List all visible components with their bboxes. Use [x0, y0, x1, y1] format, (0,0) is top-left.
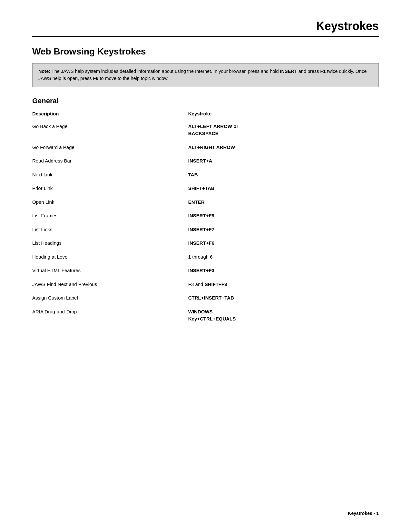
col-header-description: Description	[32, 111, 188, 120]
table-row: JAWS Find Next and Previous F3 and SHIFT…	[32, 278, 379, 291]
note-label: Note:	[38, 69, 50, 74]
row-description: Go Forward a Page	[32, 141, 188, 154]
row-keystroke: INSERT+F6	[188, 236, 379, 250]
page-title-section: Keystrokes	[32, 19, 379, 37]
row-description: JAWS Find Next and Previous	[32, 278, 188, 291]
table-row: Heading at Level 1 through 6	[32, 250, 379, 264]
row-description: Go Back a Page	[32, 120, 188, 141]
row-keystroke: INSERT+F7	[188, 223, 379, 237]
table-row: Next Link TAB	[32, 168, 379, 182]
page-container: Keystrokes Web Browsing Keystrokes Note:…	[0, 0, 411, 352]
col-header-keystroke: Keystroke	[188, 111, 379, 120]
row-keystroke: SHIFT+TAB	[188, 182, 379, 195]
note-box: Note: The JAWS help system includes deta…	[32, 63, 379, 87]
row-keystroke: INSERT+A	[188, 154, 379, 168]
row-description: Read Address Bar	[32, 154, 188, 168]
row-description: List Frames	[32, 209, 188, 223]
row-description: Next Link	[32, 168, 188, 182]
table-row: Read Address Bar INSERT+A	[32, 154, 379, 168]
row-description: Virtual HTML Features	[32, 264, 188, 278]
keystroke-table: Description Keystroke Go Back a Page ALT…	[32, 111, 379, 326]
row-keystroke: INSERT+F3	[188, 264, 379, 278]
table-row: List Links INSERT+F7	[32, 223, 379, 237]
table-row: Virtual HTML Features INSERT+F3	[32, 264, 379, 278]
table-row: List Headings INSERT+F6	[32, 236, 379, 250]
table-row: ARIA Drag-and-Drop WINDOWSKey+CTRL+EQUAL…	[32, 305, 379, 326]
row-description: Prior Link	[32, 182, 188, 195]
row-description: Open Link	[32, 195, 188, 209]
row-description: List Headings	[32, 236, 188, 250]
row-description: Assign Custom Label	[32, 291, 188, 305]
page-footer: Keystrokes - 1	[348, 511, 379, 516]
row-keystroke: TAB	[188, 168, 379, 182]
row-description: List Links	[32, 223, 188, 237]
page-title: Keystrokes	[316, 19, 379, 33]
row-keystroke: ENTER	[188, 195, 379, 209]
table-row: Assign Custom Label CTRL+INSERT+TAB	[32, 291, 379, 305]
row-description: Heading at Level	[32, 250, 188, 264]
note-text: The JAWS help system includes detailed i…	[38, 69, 367, 81]
row-keystroke: 1 through 6	[188, 250, 379, 264]
row-keystroke: CTRL+INSERT+TAB	[188, 291, 379, 305]
row-keystroke: ALT+RIGHT ARROW	[188, 141, 379, 154]
table-row: Go Forward a Page ALT+RIGHT ARROW	[32, 141, 379, 154]
row-keystroke: ALT+LEFT ARROW orBACKSPACE	[188, 120, 379, 141]
row-keystroke: INSERT+F9	[188, 209, 379, 223]
table-row: Open Link ENTER	[32, 195, 379, 209]
row-description: ARIA Drag-and-Drop	[32, 305, 188, 326]
table-row: Prior Link SHIFT+TAB	[32, 182, 379, 195]
row-keystroke: WINDOWSKey+CTRL+EQUALS	[188, 305, 379, 326]
general-subsection-title: General	[32, 97, 379, 105]
table-row: List Frames INSERT+F9	[32, 209, 379, 223]
row-keystroke: F3 and SHIFT+F3	[188, 278, 379, 291]
section-title: Web Browsing Keystrokes	[32, 46, 379, 57]
table-row: Go Back a Page ALT+LEFT ARROW orBACKSPAC…	[32, 120, 379, 141]
